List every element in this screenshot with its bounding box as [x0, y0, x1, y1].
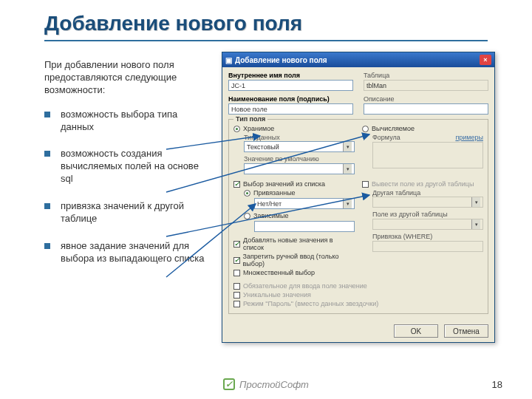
chevron-down-icon[interactable]: ▾	[343, 199, 352, 208]
check-no-edit[interactable]: Запретить ручной ввод (только выбор)	[233, 253, 355, 267]
close-icon[interactable]: ×	[480, 55, 491, 65]
title-area: Добавление нового поля	[0, 0, 532, 44]
dependent-field	[254, 221, 355, 232]
description-input[interactable]	[364, 103, 488, 115]
other-field-label: Поле из другой таблицы	[372, 211, 483, 218]
intro-text: При добавлении нового поля предоставляют…	[44, 59, 207, 97]
check-add-new[interactable]: Добавлять новые значения в список	[233, 236, 355, 251]
explanation-column: При добавлении нового поля предоставляют…	[44, 59, 207, 343]
feature-list: возможность выбора типа данных возможнос…	[44, 109, 207, 265]
list-item: явное задание значений для выбора из вып…	[44, 240, 207, 265]
data-type-select[interactable]: Текстовый▾	[244, 141, 355, 152]
footer: ✓ ПростойСофт 18	[0, 378, 532, 390]
dialog-body: Внутреннее имя поля JC-1 Таблица tblMan …	[222, 67, 494, 320]
logo: ✓ ПростойСофт	[223, 378, 309, 390]
check-icon: ✓	[223, 378, 235, 390]
description-label: Описание	[364, 95, 488, 103]
table-label: Таблица	[364, 72, 488, 79]
radio-dependent-values[interactable]: Зависимые	[244, 212, 355, 219]
chevron-down-icon: ▾	[471, 197, 480, 207]
check-required[interactable]: Обязательное для ввода поле значение	[233, 282, 483, 290]
list-item: возможность создания вычисляемых полей н…	[44, 148, 207, 185]
dialog-titlebar[interactable]: ▣ Добавление нового поля ×	[222, 52, 494, 67]
chevron-down-icon[interactable]: ▾	[343, 164, 352, 174]
dialog-buttons: OK Отмена	[222, 320, 494, 342]
check-unique[interactable]: Уникальные значения	[233, 291, 483, 299]
bound-values-select[interactable]: Нет/Нет▾	[254, 198, 355, 209]
title-underline	[44, 40, 488, 41]
other-field-select: ▾	[372, 219, 483, 230]
check-password[interactable]: Режим "Пароль" (вместо данных звездочки)	[233, 300, 483, 307]
internal-name-label: Внутреннее имя поля	[228, 72, 353, 79]
default-label: Значение по умолчанию	[244, 155, 355, 163]
field-type-group: Тип поля Хранимое Тип данных Текстовый▾ …	[228, 119, 488, 314]
caption-label: Наименование поля (подпись)	[228, 95, 353, 103]
check-multiselect[interactable]: Множественный выбор	[233, 269, 355, 276]
page-number: 18	[492, 379, 502, 390]
check-other-table[interactable]: Вывести поле из другой таблицы	[362, 180, 483, 188]
default-input[interactable]: ▾	[244, 163, 355, 174]
list-item: привязка значений к другой таблице	[44, 200, 207, 225]
radio-bound-values[interactable]: Привязанные	[244, 189, 355, 197]
data-type-label: Тип данных	[244, 134, 280, 141]
table-display: tblMan	[364, 80, 488, 91]
other-table-label: Другая таблица	[372, 189, 420, 197]
caption-input[interactable]: Новое поле	[228, 103, 353, 115]
radio-calculated[interactable]: Вычисляемое	[362, 125, 483, 132]
chevron-down-icon[interactable]: ▾	[343, 142, 352, 151]
radio-stored[interactable]: Хранимое	[233, 125, 355, 132]
where-input	[372, 241, 483, 252]
formula-label: Формула	[372, 134, 400, 141]
page-title: Добавление нового поля	[44, 12, 488, 35]
chevron-down-icon: ▾	[471, 219, 480, 229]
field-type-title: Тип поля	[233, 115, 267, 123]
where-label: Привязка (WHERE)	[372, 233, 483, 240]
other-table-select: ▾	[372, 197, 483, 208]
formula-input	[372, 142, 483, 168]
cancel-button[interactable]: Отмена	[444, 324, 488, 338]
logo-text: ПростойСофт	[239, 379, 309, 390]
list-item: возможность выбора типа данных	[44, 109, 207, 134]
formula-examples-link[interactable]: примеры	[455, 134, 483, 141]
ok-button[interactable]: OK	[394, 324, 438, 338]
check-list-values[interactable]: Выбор значений из списка	[233, 180, 355, 188]
internal-name-input[interactable]: JC-1	[228, 80, 353, 91]
app-icon: ▣	[225, 56, 232, 64]
content: При добавлении нового поля предоставляют…	[0, 44, 532, 343]
dialog-title: Добавление нового поля	[235, 56, 327, 64]
add-field-dialog: ▣ Добавление нового поля × Внутреннее им…	[222, 52, 495, 343]
